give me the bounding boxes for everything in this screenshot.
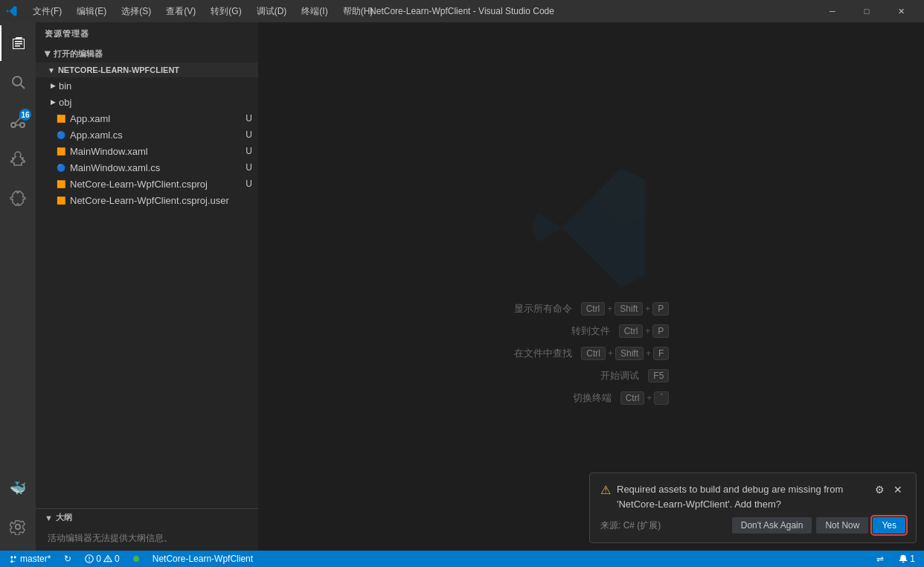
file-app-xaml[interactable]: 🟧 App.xaml U	[36, 110, 258, 126]
folder-obj-name: obj	[59, 97, 71, 108]
xml-icon-4: 🟧	[57, 196, 65, 205]
svg-rect-0	[15, 41, 22, 42]
menu-terminal[interactable]: 终端(I)	[295, 4, 333, 19]
statusbar-project[interactable]: NetCore-Learn-WpfClient	[150, 551, 256, 567]
file-mainwindow-xaml-status: U	[246, 146, 252, 156]
outline-label: 大纲	[56, 512, 72, 523]
activity-item-explorer[interactable]	[0, 25, 36, 61]
notification-gear-button[interactable]: ⚙	[872, 482, 888, 497]
dont-ask-again-button[interactable]: Don't Ask Again	[732, 517, 812, 534]
command-row-0: 显示所有命令 Ctrl + Shift + P	[514, 302, 670, 315]
statusbar-errors[interactable]: 0 0	[82, 551, 122, 567]
kbd-ctrl-0: Ctrl	[581, 302, 606, 315]
folder-obj[interactable]: ▶ obj	[36, 94, 258, 110]
statusbar-remote[interactable]: ⇌	[873, 551, 887, 567]
svg-line-8	[16, 118, 21, 124]
error-icon	[85, 554, 94, 563]
activity-item-debug[interactable]	[0, 141, 36, 177]
warning-icon	[103, 554, 112, 563]
svg-point-5	[11, 123, 16, 127]
menu-edit[interactable]: 编辑(E)	[71, 4, 112, 19]
kbd-group-3: F5	[648, 369, 669, 382]
settings-icon	[10, 519, 26, 535]
folder-obj-chevron-icon: ▶	[51, 98, 56, 106]
yes-button[interactable]: Yes	[873, 517, 905, 534]
command-label-2: 在文件中查找	[514, 347, 572, 360]
sidebar-header: 资源管理器	[36, 22, 258, 45]
xml-icon-3: 🟧	[57, 180, 65, 188]
statusbar-dot[interactable]	[130, 551, 142, 567]
kbd-group-1: Ctrl + P	[619, 324, 670, 338]
kbd-ctrl-2: Ctrl	[581, 347, 606, 360]
svg-rect-2	[15, 45, 20, 47]
statusbar-notifications[interactable]: 1	[896, 551, 918, 567]
cs-icon-2: 🔵	[57, 164, 65, 172]
kbd-f: F	[653, 347, 669, 360]
file-app-xaml-cs-status: U	[246, 129, 252, 140]
svg-rect-1	[15, 43, 22, 45]
minimize-button[interactable]: ─	[815, 0, 850, 22]
file-csproj-user-name: NetCore-Learn-WpfClient.csproj.user	[70, 195, 252, 206]
window-title: NetCore-Learn-WpfClient - Visual Studio …	[370, 6, 554, 16]
svg-point-10	[16, 525, 20, 529]
notification-count: 1	[910, 554, 915, 564]
not-now-button[interactable]: Not Now	[816, 517, 868, 534]
outline-section: ▼ 大纲 活动编辑器无法提供大纲信息。	[36, 508, 258, 551]
menu-file[interactable]: 文件(F)	[27, 4, 68, 19]
kbd-shift-0: Shift	[615, 302, 643, 315]
svg-point-13	[107, 560, 109, 562]
file-csproj-name: NetCore-Learn-WpfClient.csproj	[70, 179, 241, 190]
file-app-xaml-cs[interactable]: 🔵 App.xaml.cs U	[36, 126, 258, 143]
notification-text: Required assets to build and debug are m…	[617, 482, 866, 511]
kbd-group-2: Ctrl + Shift + F	[581, 347, 669, 360]
project-title[interactable]: ▼ NETCORE-LEARN-WPFCLIENT	[36, 63, 258, 77]
menu-debug[interactable]: 调试(D)	[251, 4, 293, 19]
file-mainwindow-xaml[interactable]: 🟧 MainWindow.xaml U	[36, 143, 258, 159]
status-dot-icon	[133, 556, 139, 562]
folder-bin-name: bin	[59, 80, 71, 92]
file-csproj-user[interactable]: 🟧 NetCore-Learn-WpfClient.csproj.user	[36, 192, 258, 208]
project-name-label: NETCORE-LEARN-WPFCLIENT	[58, 65, 179, 74]
window-controls: ─ □ ✕	[815, 0, 918, 22]
file-app-xaml-name: App.xaml	[70, 113, 241, 124]
statusbar-project-label: NetCore-Learn-WpfClient	[153, 554, 253, 564]
folder-bin-chevron-icon: ▶	[51, 82, 56, 89]
menu-view[interactable]: 查看(V)	[160, 4, 202, 19]
menu-select[interactable]: 选择(S)	[115, 4, 157, 19]
command-label-3: 开始调试	[600, 369, 639, 382]
notification-source: 来源: C# (扩展)	[600, 519, 726, 532]
editor-area: 显示所有命令 Ctrl + Shift + P 转到文件 Ctrl + P 在文	[259, 22, 924, 551]
file-csproj[interactable]: 🟧 NetCore-Learn-WpfClient.csproj U	[36, 176, 258, 192]
activity-item-extensions[interactable]	[0, 180, 36, 216]
search-icon	[9, 73, 27, 91]
maximize-button[interactable]: □	[850, 0, 884, 22]
git-branch-label: master*	[20, 554, 51, 564]
command-hints: 显示所有命令 Ctrl + Shift + P 转到文件 Ctrl + P 在文	[514, 302, 670, 405]
outline-chevron-icon: ▼	[45, 513, 53, 522]
notification-header: ⚠ Required assets to build and debug are…	[600, 482, 905, 511]
open-editors-section[interactable]: ▶ 打开的编辑器	[36, 45, 258, 63]
activity-item-search[interactable]	[0, 64, 36, 100]
explorer-section: ▶ 打开的编辑器 ▼ NETCORE-LEARN-WPFCLIENT ▶ bin…	[36, 45, 258, 508]
bell-icon	[899, 554, 908, 563]
file-list: ▶ bin ▶ obj 🟧 App.xaml U 🔵 App.xaml.cs U	[36, 77, 258, 208]
command-row-1: 转到文件 Ctrl + P	[514, 324, 670, 338]
file-csproj-status: U	[246, 179, 252, 189]
activity-item-settings[interactable]	[0, 509, 36, 545]
kbd-p-2: P	[652, 324, 669, 338]
menu-goto[interactable]: 转到(G)	[205, 4, 247, 19]
activity-item-scm[interactable]: 16	[0, 103, 36, 138]
titlebar-left: 文件(F) 编辑(E) 选择(S) 查看(V) 转到(G) 调试(D) 终端(I…	[6, 4, 379, 19]
extensions-icon	[9, 189, 27, 207]
outline-title[interactable]: ▼ 大纲	[36, 509, 258, 526]
folder-bin[interactable]: ▶ bin	[36, 77, 258, 94]
notification-close-button[interactable]: ✕	[891, 482, 905, 497]
activity-item-docker[interactable]: 🐳	[0, 470, 36, 506]
svg-point-3	[13, 77, 22, 86]
file-mainwindow-xaml-cs[interactable]: 🔵 MainWindow.xaml.cs U	[36, 159, 258, 176]
statusbar-branch[interactable]: master*	[6, 551, 54, 567]
statusbar-sync[interactable]: ↻	[61, 551, 74, 567]
outline-empty-message: 活动编辑器无法提供大纲信息。	[36, 526, 258, 551]
file-mainwindow-xaml-cs-status: U	[246, 162, 252, 173]
close-button[interactable]: ✕	[884, 0, 918, 22]
